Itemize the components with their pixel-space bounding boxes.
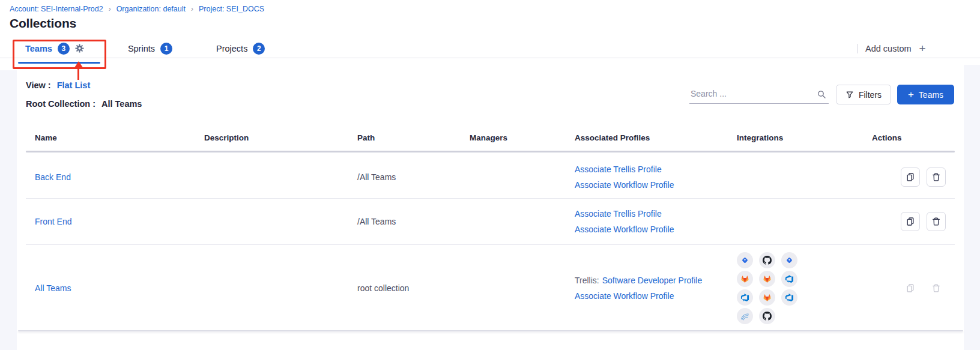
profile-line: Associate Workflow Profile [575,180,674,190]
search-input[interactable] [689,86,809,101]
profile-prefix-label: Trellis: [575,276,599,285]
search-box [689,86,829,104]
integration-icon-gitlab [759,289,775,306]
integration-icon-gitlab [737,271,753,287]
root-collection-value: All Teams [101,99,142,109]
tab-bar: Teams3Sprints1Projects2 [0,39,980,58]
view-value-link[interactable]: Flat List [57,80,91,90]
add-teams-button[interactable]: + Teams [897,85,954,104]
filters-button[interactable]: Filters [836,85,891,104]
column-header-name: Name [35,133,57,142]
collection-name-link[interactable]: Front End [35,217,71,226]
associated-profiles: Trellis:Software Developer ProfileAssoci… [575,276,702,301]
table-header: NameDescriptionPathManagersAssociated Pr… [0,133,980,145]
tab-projects[interactable]: Projects2 [216,43,265,55]
path-value: /All Teams [357,217,396,226]
root-collection-label: Root Collection : [26,99,95,109]
add-teams-label: Teams [919,90,943,100]
tab-count-badge: 2 [253,43,265,55]
settings-gear-icon[interactable] [75,44,84,53]
profile-line: Associate Workflow Profile [575,225,674,234]
integration-icon-gitlab [759,271,775,287]
divider [857,44,858,53]
breadcrumb: Account: SEI-Internal-Prod2›Organization… [10,5,264,13]
path-value: root collection [357,283,409,293]
page-title: Collections [10,16,76,31]
add-custom-button[interactable]: Add custom + [857,39,926,58]
profile-link[interactable]: Associate Workflow Profile [575,180,674,190]
column-header-integrations: Integrations [737,133,783,142]
clone-collection-button[interactable] [901,167,920,187]
profile-link[interactable]: Associate Trellis Profile [575,164,662,174]
integration-icon-github [759,308,775,324]
collection-name-link[interactable]: All Teams [35,283,71,293]
search-icon [817,89,826,99]
profile-link[interactable]: Software Developer Profile [602,276,703,285]
associated-profiles: Associate Trellis ProfileAssociate Workf… [575,164,674,190]
breadcrumb-link-1[interactable]: Organization: default [116,5,186,13]
collections-page: Account: SEI-Internal-Prod2›Organization… [0,0,980,350]
clone-collection-button [901,279,920,298]
breadcrumb-link-2[interactable]: Project: SEI_DOCS [199,5,264,13]
table-bottom-edge [18,330,963,331]
integration-icon-azure-devops [737,289,753,306]
integration-icon-jira [737,252,753,268]
profile-line: Trellis:Software Developer Profile [575,276,702,285]
tab-label: Teams [25,44,52,53]
tab-teams[interactable]: Teams3 [25,43,84,55]
breadcrumb-separator-icon: › [109,4,111,13]
view-label: View : [26,80,51,90]
tab-count-badge: 1 [160,43,172,55]
profile-line: Associate Workflow Profile [575,291,702,301]
profile-line: Associate Trellis Profile [575,209,674,219]
column-header-path: Path [357,133,375,142]
add-custom-label: Add custom [865,44,912,53]
column-header-associated-profiles: Associated Profiles [575,133,650,142]
filter-funnel-icon [845,91,854,99]
tab-count-badge: 3 [58,43,70,55]
path-value: /All Teams [357,172,396,182]
profile-link[interactable]: Associate Workflow Profile [575,225,674,234]
integration-icon-jira [781,252,797,268]
clone-collection-button[interactable] [901,212,920,231]
integrations-cell [737,252,797,324]
profile-line: Associate Trellis Profile [575,164,674,174]
table-row: All Teamsroot collectionTrellis:Software… [0,244,980,331]
delete-collection-button[interactable] [927,212,946,231]
column-header-managers: Managers [470,133,507,142]
breadcrumb-separator-icon: › [191,4,193,13]
table-row: Back End/All TeamsAssociate Trellis Prof… [0,155,980,198]
integration-icon-azure-devops [781,289,797,306]
delete-collection-button [927,279,946,298]
breadcrumb-link-0[interactable]: Account: SEI-Internal-Prod2 [10,5,103,13]
integration-icon-sonarqube [737,308,753,324]
row-actions [901,167,946,187]
view-selector: View :Flat List [26,80,90,90]
integration-icon-azure-devops [781,271,797,287]
profile-link[interactable]: Associate Trellis Profile [575,209,662,219]
filters-label: Filters [859,90,882,100]
row-actions [901,212,946,231]
table-row: Front End/All TeamsAssociate Trellis Pro… [0,198,980,244]
plus-icon: + [919,43,926,54]
delete-collection-button[interactable] [927,167,946,187]
column-header-actions: Actions [872,133,902,142]
profile-link[interactable]: Associate Workflow Profile [575,291,674,301]
collection-name-link[interactable]: Back End [35,172,71,182]
tab-label: Projects [216,44,247,53]
integration-icon-github [759,252,775,268]
associated-profiles: Associate Trellis ProfileAssociate Workf… [575,209,674,234]
tab-label: Sprints [128,44,155,53]
plus-icon: + [908,89,914,100]
table-header-divider [26,151,955,152]
column-header-description: Description [204,133,249,142]
annotation-arrow-shaft [77,67,79,80]
root-collection: Root Collection :All Teams [26,99,142,109]
tab-sprints[interactable]: Sprints1 [128,43,172,55]
row-actions [901,279,946,298]
